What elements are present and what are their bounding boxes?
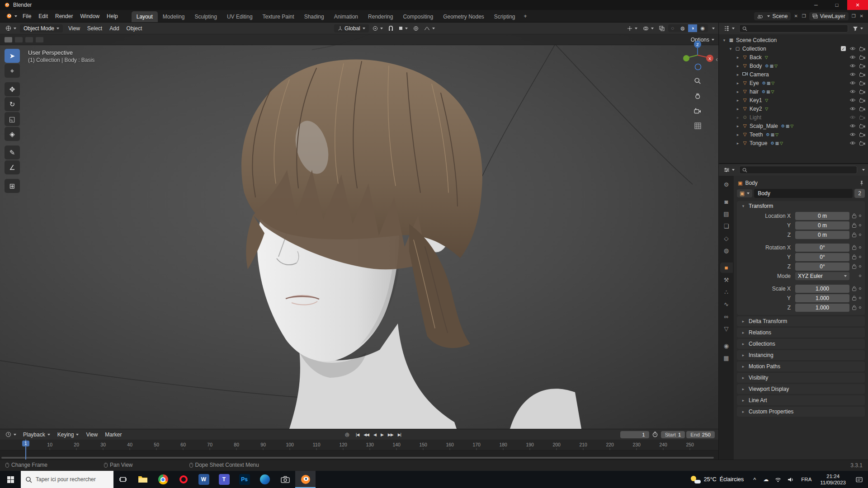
hide-viewport-icon[interactable] (849, 106, 856, 111)
value-field-z[interactable]: 0° (795, 263, 849, 271)
value-field-y[interactable]: 0 m (795, 221, 849, 230)
object-browse-dropdown[interactable]: ▣ (737, 189, 752, 197)
timeline-menu-view[interactable]: View (82, 430, 101, 439)
expand-icon[interactable]: ▸ (736, 98, 740, 103)
tool-add-cube[interactable]: ⊞ (5, 179, 20, 193)
mode-select[interactable]: Object Mode (20, 24, 63, 33)
outliner-item-key2[interactable]: ▸▽Key2▽ (719, 104, 868, 113)
taskbar-app-chrome[interactable] (153, 471, 173, 488)
outliner-item-camera[interactable]: ▸Camera (719, 70, 868, 79)
disable-render-icon[interactable] (859, 81, 865, 85)
value-field-scale-x[interactable]: 1.000 (795, 285, 849, 293)
properties-tab-world[interactable]: ◍ (720, 245, 733, 256)
panel-motion-paths[interactable]: ▸Motion Paths (737, 361, 865, 371)
ortho-grid-icon[interactable] (692, 120, 703, 131)
outliner-item-hair[interactable]: ▸▽hair⚙▦▽ (719, 87, 868, 96)
properties-search-input[interactable] (739, 166, 857, 174)
camera-view-icon[interactable] (692, 105, 703, 116)
properties-tab-physics[interactable]: ∿ (720, 299, 733, 310)
properties-tab-texture[interactable]: ▦ (720, 353, 733, 363)
taskbar-app-capture[interactable] (275, 471, 295, 488)
disable-render-icon[interactable] (859, 115, 865, 120)
panel-collections[interactable]: ▸Collections (737, 339, 865, 349)
rotation-mode-dropdown[interactable]: XYZ Euler (795, 272, 849, 280)
timeline-menu-keying[interactable]: Keying (54, 430, 83, 439)
menu-edit[interactable]: Edit (35, 12, 52, 21)
workspace-tab-layout[interactable]: Layout (132, 11, 158, 22)
expand-icon[interactable]: ▸ (736, 72, 740, 77)
pivot-point-icon[interactable] (371, 25, 385, 32)
tool-annotate[interactable]: ✎ (5, 145, 20, 160)
animate-dot[interactable] (859, 224, 861, 226)
expand-icon[interactable]: ▸ (736, 132, 740, 137)
disable-render-icon[interactable] (859, 55, 865, 60)
timeline-track-area[interactable]: 1020304050607080901001101201301401501601… (0, 440, 718, 460)
hide-viewport-icon[interactable] (849, 89, 856, 94)
panel-visibility[interactable]: ▸Visibility (737, 373, 865, 383)
lock-icon[interactable] (852, 223, 856, 228)
task-view-button[interactable] (113, 471, 132, 488)
select-mode-extend-icon[interactable] (14, 37, 23, 43)
animate-dot[interactable] (859, 234, 861, 236)
editor-type-icon[interactable] (4, 24, 18, 32)
panel-delta-transform[interactable]: ▸Delta Transform (737, 316, 865, 326)
viewlayer-selector[interactable]: ViewLayer (809, 12, 849, 20)
tool-measure[interactable]: ∠ (5, 160, 20, 174)
taskbar-app-opera[interactable] (173, 471, 193, 488)
hide-viewport-icon[interactable] (849, 141, 856, 145)
outliner-item-back[interactable]: ▸▽Back▽ (719, 53, 868, 61)
pan-hand-icon[interactable] (692, 90, 703, 101)
tool-scale[interactable]: ◱ (5, 112, 20, 126)
expand-icon[interactable]: ▸ (736, 89, 740, 94)
play-button[interactable]: ▶ (378, 432, 386, 438)
value-field-rotation-x[interactable]: 0° (795, 244, 849, 252)
show-gizmo-icon[interactable] (625, 25, 639, 32)
close-button[interactable]: ✕ (847, 0, 868, 10)
filter-icon[interactable] (851, 25, 865, 32)
expand-icon[interactable]: ▾ (722, 38, 726, 42)
tool-rotate[interactable]: ↻ (5, 97, 20, 111)
notification-center-icon[interactable] (850, 471, 868, 488)
properties-options-icon[interactable] (862, 169, 865, 171)
hide-viewport-icon[interactable] (849, 132, 856, 137)
animate-dot[interactable] (859, 306, 861, 309)
workspace-tab-uv-editing[interactable]: UV Editing (222, 11, 258, 22)
lock-icon[interactable] (852, 264, 856, 269)
tool-cursor[interactable]: ⌖ (5, 64, 20, 78)
menu-render[interactable]: Render (52, 12, 76, 21)
navigation-gizmo[interactable]: Z X (681, 39, 714, 71)
timeline-scrollbar[interactable] (1, 457, 714, 459)
shading-solid-icon[interactable]: ◍ (677, 24, 688, 32)
lock-icon[interactable] (852, 254, 856, 259)
panel-viewport-display[interactable]: ▸Viewport Display (737, 384, 865, 394)
properties-editor-icon[interactable] (722, 166, 736, 174)
select-mode-new-icon[interactable] (4, 37, 13, 43)
value-field-y[interactable]: 0° (795, 253, 849, 261)
outliner-search-input[interactable] (739, 24, 848, 33)
lock-icon[interactable] (852, 305, 856, 310)
onedrive-cloud-icon[interactable]: ☁ (760, 476, 772, 483)
value-field-location-x[interactable]: 0 m (795, 212, 849, 220)
prev-keyframe-button[interactable]: ◀◀ (361, 432, 371, 438)
disable-render-icon[interactable] (859, 124, 865, 128)
timeline-menu-playback[interactable]: Playback (19, 430, 54, 439)
weather-widget[interactable]: 25°C Éclaircies (685, 476, 749, 483)
expand-icon[interactable]: ▸ (736, 141, 740, 145)
tray-expand-icon[interactable]: ^ (749, 476, 760, 483)
snap-target-icon[interactable] (397, 25, 410, 31)
properties-tab-view-layer[interactable]: ❏ (720, 221, 733, 231)
start-button[interactable] (0, 471, 21, 488)
use-preview-range-icon[interactable] (651, 431, 660, 438)
disable-render-icon[interactable] (859, 64, 865, 68)
panel-line-art[interactable]: ▸Line Art (737, 395, 865, 405)
animate-dot[interactable] (859, 275, 861, 277)
taskbar-app-edge[interactable] (255, 471, 275, 488)
clock[interactable]: 21:24 11/09/2023 (816, 473, 850, 486)
outliner-item-scalp-male[interactable]: ▸▽Scalp_Male⚙▦▽ (719, 122, 868, 130)
properties-tab-particles[interactable]: ∴ (720, 287, 733, 297)
disable-render-icon[interactable] (859, 72, 865, 77)
xray-toggle-icon[interactable] (657, 25, 666, 32)
hide-viewport-icon[interactable] (849, 98, 856, 103)
hide-viewport-icon[interactable] (849, 55, 856, 60)
users-count-badge[interactable]: 2 (854, 189, 865, 198)
